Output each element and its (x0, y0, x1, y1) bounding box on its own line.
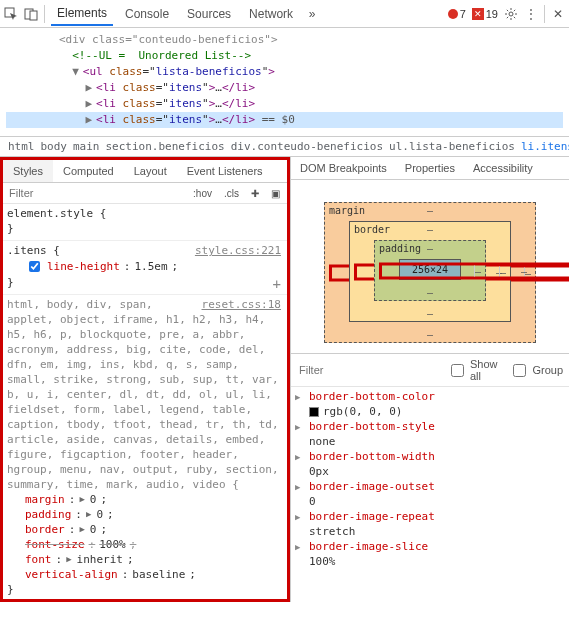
source-link[interactable]: style.css:221 (195, 243, 281, 258)
issues-badge[interactable]: ✕19 (472, 8, 498, 20)
declaration-row[interactable]: border:▶0; (7, 522, 281, 537)
tab-layout[interactable]: Layout (124, 160, 177, 182)
expand-tri-icon[interactable]: ▶ (295, 542, 305, 552)
expand-tri-icon[interactable]: ▶ (295, 392, 305, 402)
css-value[interactable]: 1.5em (134, 259, 167, 274)
computed-row[interactable]: ▶border-image-outset (295, 479, 565, 494)
tab-dom-breakpoints[interactable]: DOM Breakpoints (291, 157, 396, 179)
color-swatch[interactable] (309, 407, 319, 417)
group-toggle[interactable]: Group (509, 361, 563, 380)
show-all-toggle[interactable]: Show all (447, 358, 501, 382)
dom-node[interactable]: ▶<li class="itens">…</li> (6, 96, 563, 112)
collapse-caret-icon[interactable]: ▼ (72, 65, 83, 78)
css-value[interactable]: 100% (99, 537, 126, 552)
rule-close: } (7, 221, 281, 236)
overflow-icon[interactable]: » (305, 7, 319, 21)
computed-name: border-bottom-width (309, 450, 435, 463)
dom-node[interactable]: ▼<ul class="lista-beneficios"> (6, 64, 563, 80)
expand-tri-icon[interactable]: ▶ (79, 492, 84, 507)
computed-list: ▶border-bottom-colorrgb(0, 0, 0)▶border-… (291, 387, 569, 571)
inspect-icon[interactable] (4, 7, 18, 21)
rule-itens[interactable]: style.css:221 .itens { line-height: 1.5e… (3, 241, 287, 295)
declaration-row[interactable]: margin:▶0; (7, 492, 281, 507)
css-property[interactable]: padding (25, 507, 71, 522)
declaration-row[interactable]: line-height: 1.5em; (7, 258, 281, 275)
breadcrumb-item[interactable]: ul.lista-beneficios (389, 140, 515, 153)
selector-text[interactable]: element.style { (7, 206, 281, 221)
tab-elements[interactable]: Elements (51, 2, 113, 26)
tab-console[interactable]: Console (119, 3, 175, 25)
tab-sources[interactable]: Sources (181, 3, 237, 25)
breadcrumb-item[interactable]: div.conteudo-beneficios (231, 140, 383, 153)
computed-value: 100% (309, 555, 336, 568)
expand-tri-icon[interactable]: ▶ (295, 512, 305, 522)
expand-caret-icon[interactable]: ▶ (85, 97, 96, 110)
computed-filter-input[interactable] (297, 363, 439, 377)
styles-filter-input[interactable] (7, 185, 184, 201)
tab-styles[interactable]: Styles (3, 160, 53, 182)
css-property[interactable]: margin (25, 492, 65, 507)
computed-value: stretch (309, 525, 355, 538)
expand-tri-icon[interactable]: ▶ (66, 552, 71, 567)
error-badge[interactable]: 7 (448, 8, 466, 20)
computed-row[interactable]: ▶border-image-repeat (295, 509, 565, 524)
css-value[interactable]: inherit (77, 552, 123, 567)
expand-caret-icon[interactable]: ▶ (85, 81, 96, 94)
expand-tri-icon[interactable]: ▶ (295, 422, 305, 432)
tab-event-listeners[interactable]: Event Listeners (177, 160, 273, 182)
rule-element-style[interactable]: element.style { } (3, 204, 287, 241)
box-model[interactable]: margin –––– border –––– padding –––– 256… (291, 180, 569, 353)
expand-tri-icon[interactable]: ▶ (79, 522, 84, 537)
css-property[interactable]: font-size (25, 537, 85, 552)
expand-tri-icon[interactable]: ▶ (295, 452, 305, 462)
expand-tri-icon[interactable]: ▶ (86, 507, 91, 522)
add-declaration-icon[interactable]: + (273, 277, 281, 292)
css-property[interactable]: border (25, 522, 65, 537)
source-link[interactable]: reset.css:18 (202, 297, 281, 312)
new-rule-icon[interactable]: ✚ (248, 187, 262, 200)
dom-tree[interactable]: <div class="conteudo-beneficios"> <!--UL… (0, 28, 569, 137)
hov-toggle[interactable]: :hov (190, 187, 215, 200)
breadcrumb-item[interactable]: main (73, 140, 100, 153)
dom-comment[interactable]: <!--UL = Unordered List--> (6, 48, 563, 64)
breadcrumb-item[interactable]: section.beneficios (106, 140, 225, 153)
kebab-icon[interactable]: ⋮ (524, 7, 538, 21)
rule-reset[interactable]: reset.css:18 html, body, div, span, appl… (3, 295, 287, 599)
breadcrumb-item[interactable]: body (41, 140, 68, 153)
declaration-row[interactable]: padding:▶0; (7, 507, 281, 522)
declaration-toggle[interactable] (29, 261, 40, 272)
declaration-row[interactable]: vertical-align: baseline; (7, 567, 281, 582)
css-value[interactable]: baseline (132, 567, 185, 582)
computed-row[interactable]: ▶border-bottom-color (295, 389, 565, 404)
css-property[interactable]: vertical-align (25, 567, 118, 582)
computed-row[interactable]: ▶border-image-slice (295, 539, 565, 554)
settings-icon[interactable] (504, 7, 518, 21)
breadcrumb-item[interactable]: html (8, 140, 35, 153)
computed-row[interactable]: ▶border-bottom-style (295, 419, 565, 434)
computed-row[interactable]: ▶border-bottom-width (295, 449, 565, 464)
css-value[interactable]: 0 (90, 522, 97, 537)
tab-accessibility[interactable]: Accessibility (464, 157, 542, 179)
breadcrumb-item-active[interactable]: li.itens (521, 140, 569, 153)
declaration-row[interactable]: font-size: 100%; (7, 537, 281, 552)
css-value[interactable]: 0 (90, 492, 97, 507)
selector-text[interactable]: html, body, div, span, applet, object, i… (7, 297, 281, 492)
tab-computed[interactable]: Computed (53, 160, 124, 182)
css-value[interactable]: 0 (96, 507, 103, 522)
css-property[interactable]: line-height (47, 259, 120, 274)
cls-toggle[interactable]: .cls (221, 187, 242, 200)
close-icon[interactable]: ✕ (551, 7, 565, 21)
css-property[interactable]: font (25, 552, 52, 567)
tab-properties[interactable]: Properties (396, 157, 464, 179)
svg-point-3 (509, 12, 513, 16)
tab-network[interactable]: Network (243, 3, 299, 25)
show-rendering-icon[interactable]: ▣ (268, 187, 283, 200)
expand-tri-icon[interactable]: ▶ (295, 482, 305, 492)
expand-caret-icon[interactable]: ▶ (85, 113, 96, 126)
declaration-row[interactable]: font:▶inherit; (7, 552, 281, 567)
dom-node[interactable]: ▶<li class="itens">…</li> (6, 80, 563, 96)
dom-node-selected[interactable]: ▶<li class="itens">…</li> == $0 (6, 112, 563, 128)
dom-node[interactable]: <div class="conteudo-beneficios"> (6, 32, 563, 48)
device-toggle-icon[interactable] (24, 7, 38, 21)
computed-value: none (309, 435, 336, 448)
